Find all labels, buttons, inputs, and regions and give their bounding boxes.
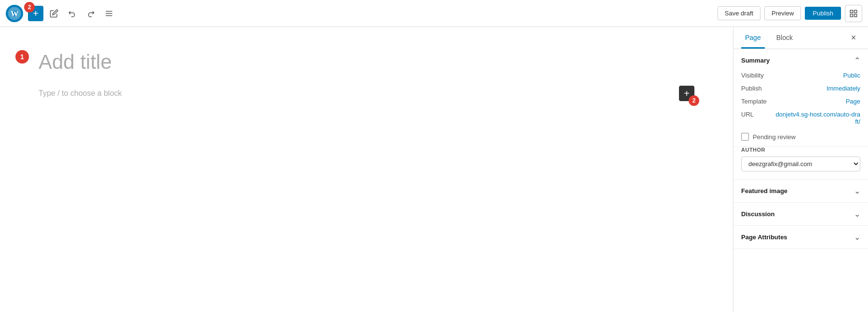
svg-rect-5 [850, 10, 853, 13]
featured-image-chevron-icon: ⌄ [854, 186, 860, 195]
url-row: URL donjetv4.sg-host.com/auto-draft/ [741, 111, 860, 125]
main-area: 1 Add title Type / to choose a block + 2… [0, 27, 868, 312]
pending-review-checkbox[interactable] [741, 133, 749, 141]
featured-image-title: Featured image [741, 187, 787, 195]
publish-value[interactable]: Immediately [827, 85, 860, 92]
page-attributes-header[interactable]: Page Attributes ⌄ [733, 226, 868, 248]
tab-page[interactable]: Page [741, 27, 765, 49]
svg-rect-6 [854, 10, 857, 13]
discussion-section: Discussion ⌄ [733, 203, 868, 226]
svg-rect-7 [854, 14, 857, 16]
summary-body: Visibility Public Publish Immediately Te… [733, 72, 868, 133]
add-content-block-badge: 2 [689, 95, 699, 106]
save-draft-button[interactable]: Save draft [718, 6, 760, 20]
toolbar-left: W + 2 [6, 5, 716, 22]
add-block-badge: 2 [24, 2, 35, 13]
wp-logo[interactable]: W [6, 5, 23, 22]
undo-button[interactable] [65, 6, 80, 21]
sidebar-close-button[interactable]: × [847, 31, 860, 45]
preview-button[interactable]: Preview [764, 6, 801, 20]
title-area: 1 Add title [39, 50, 694, 74]
title-badge: 1 [15, 50, 29, 64]
discussion-title: Discussion [741, 210, 774, 218]
publish-button[interactable]: Publish [805, 7, 841, 20]
toolbar: W + 2 [0, 0, 868, 27]
redo-button[interactable] [83, 6, 98, 21]
url-value[interactable]: donjetv4.sg-host.com/auto-draft/ [775, 111, 860, 125]
pending-review-row: Pending review [733, 133, 868, 146]
sidebar-tabs: Page Block × [733, 27, 868, 49]
discussion-chevron-icon: ⌄ [854, 209, 860, 219]
publish-label: Publish [741, 85, 775, 92]
visibility-value[interactable]: Public [843, 72, 860, 79]
settings-button[interactable] [845, 5, 862, 22]
sidebar: Page Block × Summary ⌃ Visibility Public… [733, 27, 868, 312]
editor-area: 1 Add title Type / to choose a block + 2 [0, 27, 733, 312]
discussion-header[interactable]: Discussion ⌄ [733, 203, 868, 225]
title-placeholder[interactable]: Add title [39, 50, 694, 74]
featured-image-section: Featured image ⌄ [733, 180, 868, 203]
template-label: Template [741, 98, 775, 105]
visibility-row: Visibility Public [741, 72, 860, 79]
summary-section-header[interactable]: Summary ⌃ [733, 49, 868, 72]
block-area: Type / to choose a block + 2 [39, 86, 694, 101]
page-attributes-section: Page Attributes ⌄ [733, 226, 868, 249]
svg-rect-8 [850, 14, 853, 16]
author-section: AUTHOR deezgrafix@gmail.com [733, 147, 868, 180]
visibility-label: Visibility [741, 72, 775, 79]
tab-block[interactable]: Block [773, 27, 797, 49]
template-value[interactable]: Page [846, 98, 860, 105]
toolbar-right: Save draft Preview Publish [718, 5, 862, 22]
summary-title: Summary [741, 57, 770, 64]
block-placeholder[interactable]: Type / to choose a block [39, 89, 122, 98]
template-row: Template Page [741, 98, 860, 105]
author-label: AUTHOR [741, 147, 860, 153]
pending-review-label: Pending review [753, 133, 796, 141]
url-label: URL [741, 111, 775, 118]
details-button[interactable] [101, 6, 117, 21]
summary-chevron-icon: ⌃ [854, 56, 860, 65]
summary-section: Summary ⌃ Visibility Public Publish Imme… [733, 49, 868, 147]
svg-text:W: W [11, 9, 18, 17]
edit-button[interactable] [46, 6, 62, 21]
featured-image-header[interactable]: Featured image ⌄ [733, 180, 868, 202]
page-attributes-chevron-icon: ⌄ [854, 233, 860, 242]
publish-row: Publish Immediately [741, 85, 860, 92]
page-attributes-title: Page Attributes [741, 234, 787, 241]
author-select[interactable]: deezgrafix@gmail.com [741, 156, 860, 171]
